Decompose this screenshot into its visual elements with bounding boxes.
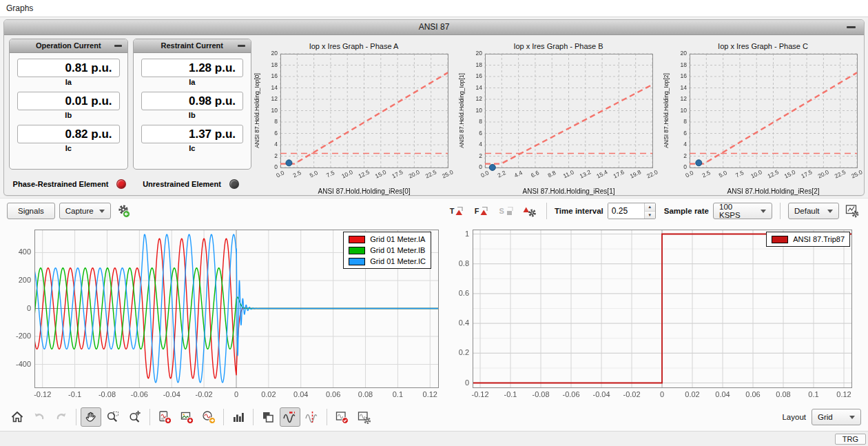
trigger-stop-icon [505,206,514,216]
chevron-down-icon [99,210,105,213]
capture-dropdown-value: Capture [65,207,94,215]
pan-tool-button[interactable] [81,407,101,427]
ansi87-panel-header[interactable]: ANSI 87 [4,20,864,35]
export-image-button[interactable] [176,407,197,427]
pan-hand-icon [84,410,98,424]
legend-swatch-trip [772,236,788,243]
operation-current-header[interactable]: Operation Current [10,39,127,53]
unrestrained-indicator: Unrestrained Element [130,179,251,189]
legend-item: Grid 01 Meter.IB [349,246,426,254]
minimize-icon[interactable] [114,45,122,47]
legend-item: ANSI 87.Trip87 [772,235,845,243]
phase-c-chart: Iop x Ires Graph - Phase C [661,39,865,195]
zoom-box-icon [106,410,120,424]
trigger-true-letter: T [450,207,455,215]
trg-status-badge[interactable]: TRG [835,434,866,445]
operation-current-panel: Operation Current 0.81 p.u. Ia 0.01 p.u.… [9,39,128,170]
sample-rate-dropdown[interactable]: 100 KSPS [713,203,772,219]
sample-rate-label: Sample rate [664,207,709,215]
signal-charts: Grid 01 Meter.IA Grid 01 Meter.IB Grid 0… [0,223,868,404]
profile-dropdown[interactable]: Default [788,203,839,219]
layers-icon [261,410,275,424]
sine-cursor-button[interactable] [302,407,322,427]
signals-button[interactable]: Signals [7,203,55,219]
minimize-icon[interactable] [238,45,245,47]
phase-a-chart-canvas[interactable] [251,50,455,195]
iop-ires-charts: Iop x Ires Graph - Phase A Iop x Ires Gr… [251,39,865,195]
trigger-false-button[interactable]: F [471,206,492,216]
ansi87-panel-body: Operation Current 0.81 p.u. Ia 0.01 p.u.… [4,35,864,195]
undo-button[interactable] [29,407,50,427]
signals-section: Signals Capture T [0,198,868,431]
phase-restrained-indicator: Phase-Restrained Element [9,179,130,189]
graph-settings-button[interactable] [843,202,861,220]
restraint-ib-label: Ib [134,111,251,119]
sample-rate-value: 100 KSPS [719,203,755,219]
phase-a-chart: Iop x Ires Graph - Phase A [251,39,456,195]
trigger-rising-icon [479,206,488,216]
redo-button[interactable] [51,407,72,427]
export-data-button[interactable] [154,407,175,427]
restraint-ic-value: 1.37 p.u. [141,125,244,143]
legend-label-ia: Grid 01 Meter.IA [370,235,425,243]
capture-check-button[interactable] [331,407,352,427]
trip-chart-canvas[interactable] [451,225,857,403]
phase-c-chart-canvas[interactable] [661,50,864,195]
operation-ic-value: 0.82 p.u. [17,125,120,143]
tab-bar: Graphs [0,0,868,17]
capture-config-button[interactable] [353,407,374,427]
export-image-icon [180,410,194,425]
legend-item: Grid 01 Meter.IC [349,257,426,265]
export-signal-icon [202,410,216,425]
status-bar: TRG [0,431,868,446]
tab-graphs[interactable]: Graphs [6,3,33,13]
legend-label-trip: ANSI 87.Trip87 [793,235,845,243]
bar-chart-button[interactable] [228,407,249,427]
home-icon [10,410,24,424]
trigger-stop-button[interactable]: S [496,206,517,216]
trigger-settings-button[interactable] [521,202,539,220]
sine-threshold-icon [282,410,298,424]
restraint-current-title: Restraint Current [161,41,223,50]
phase-b-chart-title: Iop x Ires Graph - Phase B [456,39,661,50]
export-data-icon [158,410,172,425]
capture-gear-icon [357,410,371,425]
bar-chart-icon [231,410,245,424]
operation-ib-value: 0.01 p.u. [17,92,120,110]
restraint-current-header[interactable]: Restraint Current [134,39,251,53]
phase-restrained-label: Phase-Restrained Element [13,180,109,188]
legend-item: Grid 01 Meter.IA [349,235,426,243]
time-interval-input[interactable] [608,203,644,219]
minimize-icon[interactable] [847,26,856,28]
layers-button[interactable] [258,407,278,427]
zoom-box-button[interactable] [103,407,123,427]
phase-b-chart-canvas[interactable] [456,50,659,195]
ansi87-panel-title: ANSI 87 [419,22,450,32]
zoom-dynamic-button[interactable] [125,407,145,427]
layout-dropdown[interactable]: Grid [812,409,861,425]
trip-legend: ANSI 87.Trip87 [766,232,850,247]
export-signal-button[interactable] [198,407,219,427]
layout-label: Layout [782,413,806,421]
operation-ia-value: 0.81 p.u. [17,59,120,77]
chevron-down-icon [849,416,855,419]
trigger-true-button[interactable]: T [446,206,467,216]
legend-label-ib: Grid 01 Meter.IB [370,246,425,254]
trigger-rising-icon [455,206,464,216]
capture-check-icon [335,410,349,425]
phase-restrained-led-icon [116,179,126,189]
sine-threshold-button[interactable] [280,407,300,427]
spin-down-icon[interactable]: ▼ [645,212,655,219]
time-interval-label: Time interval [555,207,603,215]
undo-icon [32,410,46,424]
capture-dropdown[interactable]: Capture [59,203,111,219]
trip-chart: ANSI 87.Trip87 [451,225,857,404]
time-interval-stepper: ▲ ▼ [608,203,656,219]
capture-settings-button[interactable] [115,202,133,220]
spin-up-icon[interactable]: ▲ [645,203,655,212]
restraint-current-panel: Restraint Current 1.28 p.u. Ia 0.98 p.u.… [133,39,252,170]
trigger-false-letter: F [475,207,479,215]
legend-label-ic: Grid 01 Meter.IC [370,257,426,265]
home-button[interactable] [7,407,28,427]
current-panels-column: Operation Current 0.81 p.u. Ia 0.01 p.u.… [9,39,251,195]
